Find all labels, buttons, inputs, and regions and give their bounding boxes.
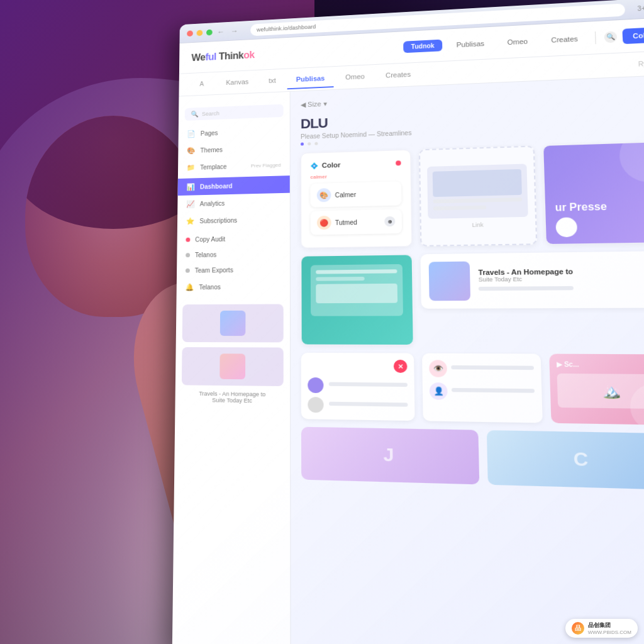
- col-button[interactable]: Col: [623, 27, 644, 44]
- sidebar-item-telanos2[interactable]: 🔔 Telanos: [177, 277, 290, 296]
- nav-forward-button[interactable]: →: [230, 25, 240, 36]
- sidebar-search-box[interactable]: 🔍 Search: [185, 104, 284, 121]
- card-placeholder-dashed[interactable]: Link: [419, 145, 537, 246]
- presse-title: ur Presse: [555, 201, 607, 213]
- card-media-social[interactable]: 👁️ 👤: [422, 353, 542, 423]
- eye-icon: 👁️: [433, 364, 444, 374]
- subscriptions-icon: ⭐: [186, 216, 195, 225]
- mini-card-calmer[interactable]: 🎨 Calmer: [310, 181, 401, 207]
- tudnok-button[interactable]: Tudnok: [403, 40, 443, 53]
- purple-circle-deco: [618, 142, 644, 183]
- tab-omeo[interactable]: Omeo: [498, 33, 536, 50]
- tutmed-toggle[interactable]: ⊕: [385, 216, 396, 226]
- tutmed-label: Tutmed: [335, 219, 357, 226]
- sub-tab-publisas[interactable]: Publisas: [287, 69, 334, 89]
- watermark-url: WWW.PBIDS.COM: [588, 630, 631, 635]
- placeholder-label: Link: [428, 221, 528, 229]
- sidebar: 🔍 Search 📄 Pages 🎨 Themes 📁: [172, 92, 291, 644]
- pages-icon: 📄: [187, 130, 196, 138]
- mini-card-tutmed[interactable]: 🔴 Tutmed ⊕: [311, 209, 402, 235]
- card-purple-presse[interactable]: ur Presse: [543, 142, 644, 245]
- search-icon: 🔍: [606, 33, 615, 41]
- card-color-picker[interactable]: 💠 Color calmer 🎨 Calmer 🔴 Tutmed: [301, 150, 413, 248]
- close-action-row: ✕: [308, 359, 408, 373]
- travel-thumbnail: [429, 262, 470, 301]
- tutmed-icon: 🔴: [317, 216, 331, 230]
- sidebar-item-analytics[interactable]: 📈 Analytics: [177, 193, 290, 213]
- social-icon-1[interactable]: 👁️: [429, 360, 447, 377]
- chrome-minimize-dot[interactable]: [197, 30, 203, 36]
- sidebar-media-card-2[interactable]: [182, 347, 284, 386]
- sub-tab-creates[interactable]: Creates: [376, 65, 420, 86]
- card-teal[interactable]: [301, 254, 414, 345]
- sidebar-media-card-1[interactable]: [182, 304, 284, 342]
- avatar-row-2: [308, 397, 408, 414]
- themes-icon: 🎨: [187, 146, 196, 155]
- content-area: ◀ Size ▾ DLU Please Setup Noemind — Stre…: [291, 75, 644, 644]
- close-icon: ✕: [398, 363, 404, 370]
- chrome-close-dot[interactable]: [187, 30, 193, 36]
- media-thumbnail-2: [219, 353, 245, 379]
- social-icon-2[interactable]: 👤: [430, 382, 448, 400]
- card-travel-homepage: Travels - An Homepage to Suite Today Etc: [421, 251, 644, 346]
- social-row-2: 👤: [430, 382, 535, 401]
- avatar-line-1: [329, 382, 408, 387]
- travel-subtitle: Suite Today Etc: [479, 275, 574, 282]
- sidebar-section-settings: Copy Audit Telanos Team Exports 🔔 Telano…: [177, 230, 290, 296]
- mountain-icon: 🏔️: [602, 383, 621, 400]
- tab-count: 3+: [637, 5, 644, 13]
- sidebar-item-team-exports[interactable]: Team Exports: [177, 262, 290, 279]
- teal-line-1: [316, 269, 397, 274]
- sidebar-search-placeholder: Search: [202, 110, 219, 117]
- presse-circle-button[interactable]: [555, 217, 577, 237]
- travel-card-inner[interactable]: Travels - An Homepage to Suite Today Etc: [421, 251, 644, 309]
- browser-nav: ← →: [216, 25, 239, 37]
- tab-creates[interactable]: Creates: [542, 30, 587, 48]
- teal-inner: [311, 264, 403, 316]
- nav-back-button[interactable]: ←: [216, 26, 226, 37]
- pink-card-label: ▶ Sc...: [556, 360, 644, 369]
- sidebar-section-pages: 📄 Pages 🎨 Themes 📁 Templace Prev Flagged: [178, 121, 290, 176]
- card-j[interactable]: J: [301, 427, 479, 485]
- placeholder-inner: [427, 164, 528, 218]
- watermark-brand: 品创集团: [588, 621, 631, 630]
- sub-tab-a[interactable]: A: [191, 74, 215, 93]
- sub-tab-txt[interactable]: txt: [260, 71, 285, 91]
- search-circle-icon[interactable]: 🔍: [604, 31, 618, 43]
- card-close-actions: ✕: [301, 353, 415, 421]
- placeholder-image: [433, 169, 521, 196]
- main-layout: 🔍 Search 📄 Pages 🎨 Themes 📁: [172, 75, 644, 644]
- sidebar-item-telanos[interactable]: Telanos: [177, 246, 290, 263]
- app-content: Weful Thinkok Tudnok Publisas Omeo Creat…: [172, 18, 644, 644]
- close-button[interactable]: ✕: [394, 360, 408, 373]
- avatar-circle-2: [308, 397, 323, 413]
- sidebar-label-telanos: Telanos: [195, 252, 216, 258]
- sidebar-item-copy-audit[interactable]: Copy Audit: [177, 230, 290, 248]
- sub-tab-kanvas[interactable]: Kanvas: [217, 72, 257, 92]
- right-eye-icon: Ryo ▾: [638, 60, 644, 68]
- social-row-1: 👁️: [429, 360, 534, 378]
- calmer-tag: calmer: [310, 172, 401, 180]
- dashboard-icon: 📊: [186, 182, 195, 191]
- avatar-circle-1: [308, 377, 323, 393]
- title-spacer: [333, 91, 644, 104]
- travel-title: Travels - An Homepage to: [478, 267, 573, 276]
- sidebar-label-templace: Templace: [200, 163, 226, 170]
- chrome-maximize-dot[interactable]: [206, 29, 213, 35]
- calmer-label: Calmer: [335, 191, 357, 199]
- url-text: wefulthink.io/dashboard: [257, 23, 316, 33]
- watermark: 品 品创集团 WWW.PBIDS.COM: [565, 619, 638, 638]
- sidebar-label-subscriptions: Subscriptions: [199, 216, 237, 224]
- sidebar-item-dashboard[interactable]: 📊 Dashboard: [178, 175, 290, 196]
- dot-1: [301, 143, 304, 146]
- card-c[interactable]: C: [487, 430, 644, 490]
- tab-publisas[interactable]: Publisas: [448, 35, 494, 52]
- sidebar-item-subscriptions[interactable]: ⭐ Subscriptions: [177, 210, 290, 230]
- sidebar-footer-text: Travels - An Homepage toSuite Today Etc: [182, 390, 284, 404]
- teal-image-block: [316, 284, 397, 303]
- sidebar-item-templace[interactable]: 📁 Templace Prev Flagged: [178, 156, 290, 176]
- sub-tab-omeo[interactable]: Omeo: [336, 67, 374, 87]
- card-pink-gradient[interactable]: ▶ Sc... 🏔️: [549, 354, 644, 425]
- breadcrumb-size[interactable]: ◀ Size ▾: [301, 100, 327, 109]
- logo-accent: ful: [205, 51, 216, 62]
